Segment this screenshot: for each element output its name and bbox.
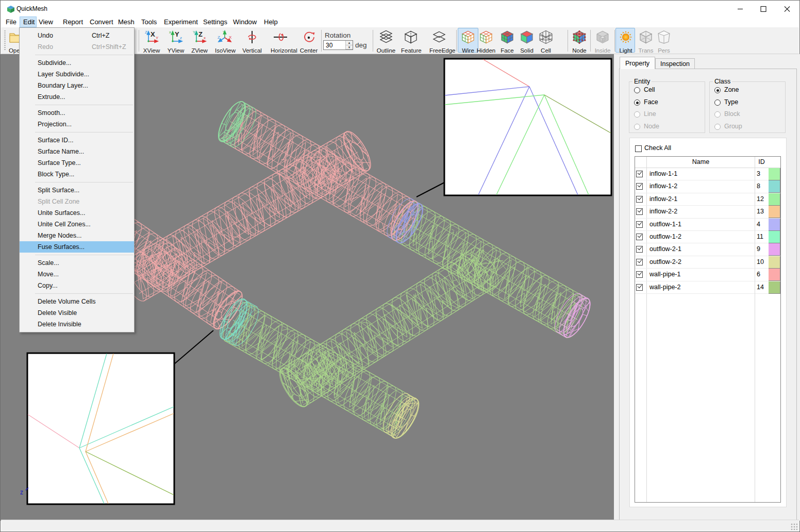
svg-text:x: x [204,36,206,40]
svg-text:Y: Y [156,36,159,40]
svg-text:Y: Y [223,30,226,35]
svg-text:z: z [20,489,23,496]
svg-text:Y: Y [175,30,179,38]
svg-text:Y: Y [193,30,196,35]
svg-text:x: x [169,30,171,35]
svg-text:Z: Z [145,30,147,35]
svg-text:Z: Z [218,35,220,40]
svg-text:X: X [229,35,232,40]
svg-text:X: X [151,30,155,38]
svg-text:Z: Z [198,30,203,38]
svg-text:z: z [180,36,182,40]
